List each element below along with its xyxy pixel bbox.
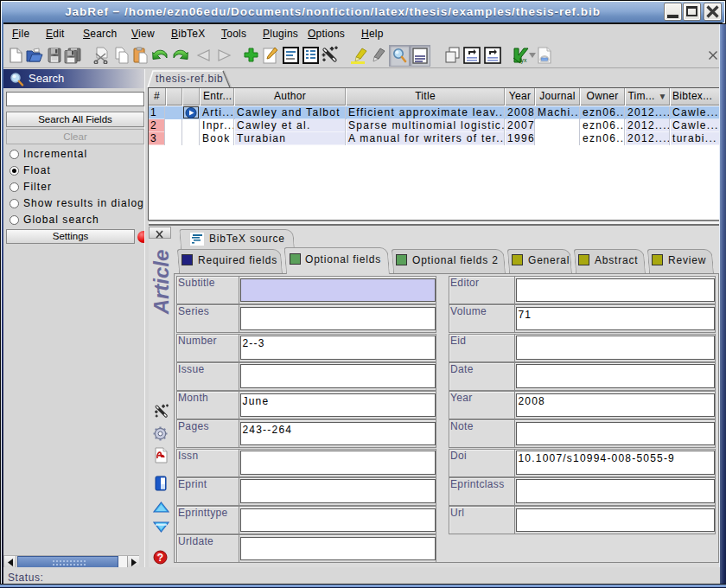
svg-text:lyx: lyx — [519, 57, 527, 64]
svg-text:?: ? — [157, 552, 163, 564]
